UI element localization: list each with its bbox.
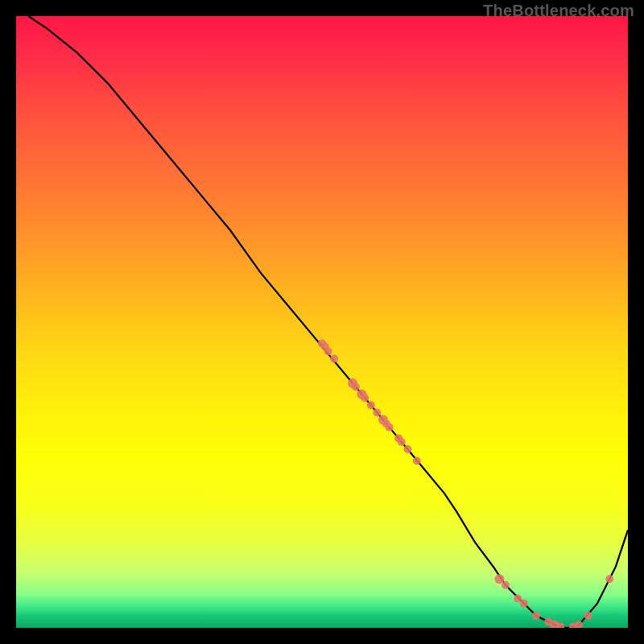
data-point <box>352 383 360 391</box>
data-point <box>367 401 375 409</box>
watermark-text: TheBottleneck.com <box>483 2 634 20</box>
data-point <box>520 600 528 608</box>
data-point <box>413 457 421 465</box>
chart-background <box>16 16 628 628</box>
data-point <box>502 581 510 589</box>
data-point <box>361 394 369 402</box>
data-point <box>584 612 592 620</box>
data-point <box>330 355 338 363</box>
data-point <box>532 612 540 620</box>
data-point <box>398 438 406 446</box>
data-point <box>324 347 332 355</box>
data-point <box>386 423 394 431</box>
data-point <box>373 408 381 416</box>
chart-plot-area <box>16 16 628 628</box>
chart-svg <box>16 16 628 628</box>
data-point <box>605 575 613 583</box>
data-point <box>403 445 411 453</box>
